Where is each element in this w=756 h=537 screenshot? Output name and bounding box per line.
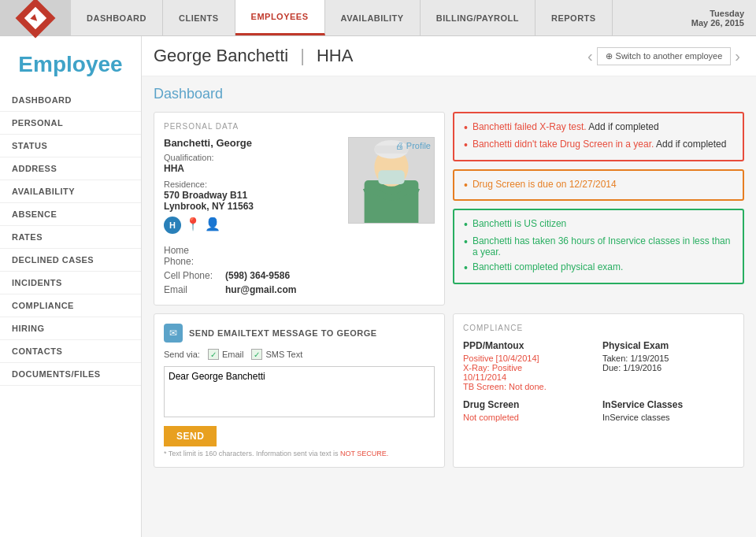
address-line1: 570 Broadway B11: [164, 190, 247, 201]
email-checkbox[interactable]: ✓ Email: [208, 349, 244, 360]
inservice-section: InService Classes InService classes: [602, 399, 734, 422]
send-via-row: Send via: ✓ Email ✓ SMS Text: [164, 349, 435, 360]
sidebar-item-rates[interactable]: RATES: [0, 226, 141, 249]
nav-availability[interactable]: AVAILABILITY: [325, 0, 421, 35]
alert-green-text-1: Banchetti is US citizen: [472, 218, 566, 229]
content-area: George Banchetti | HHA ‹ ⊕ Switch to ano…: [142, 36, 756, 537]
sidebar-item-incidents[interactable]: INCIDENTS: [0, 272, 141, 294]
email-label: Email: [164, 284, 219, 295]
main-container: Employee DASHBOARD PERSONAL STATUS ADDRE…: [0, 36, 756, 537]
sidebar-item-declined[interactable]: DECLINED CASES: [0, 249, 141, 272]
message-disclaimer: * Text limit is 160 characters. Informat…: [164, 450, 435, 457]
sms-checkbox[interactable]: ✓ SMS Text: [251, 349, 302, 360]
prev-employee-arrow[interactable]: ‹: [584, 47, 597, 65]
map-icon[interactable]: 📍: [185, 217, 201, 234]
logo[interactable]: ►: [0, 0, 71, 35]
alert-green-item-1: • Banchetti is US citizen: [464, 218, 733, 231]
bullet-icon-1: •: [464, 121, 468, 135]
ppd-value: Positive [10/4/2014] X-Ray: Positive 10/…: [463, 354, 595, 391]
sidebar-item-hiring[interactable]: HIRING: [0, 317, 141, 340]
logo-diamond: ►: [16, 0, 56, 38]
nav-employees[interactable]: EMPLOYEES: [235, 0, 325, 35]
sidebar-item-dashboard[interactable]: DASHBOARD: [0, 89, 141, 112]
alert-red-card: • Banchetti failed X-Ray test. Add if co…: [453, 112, 744, 161]
nav-items: DASHBOARD CLIENTS EMPLOYEES AVAILABILITY…: [71, 0, 680, 35]
switch-icon: ⊕: [606, 51, 613, 61]
personal-data-title: PERSONAL DATA: [164, 122, 435, 131]
email-row: Email hur@gmail.com: [164, 284, 435, 295]
sidebar-item-contacts[interactable]: CONTACTS: [0, 340, 141, 363]
switch-employee-button[interactable]: ⊕ Switch to another employee: [597, 47, 732, 65]
sidebar-item-address[interactable]: ADDRESS: [0, 157, 141, 180]
cell-phone-label: Cell Phone:: [164, 270, 219, 281]
sidebar-item-personal[interactable]: PERSONAL: [0, 112, 141, 135]
drug-section: Drug Screen Not completed: [463, 399, 595, 422]
employee-header: George Banchetti | HHA ‹ ⊕ Switch to ano…: [142, 36, 756, 76]
alert-red-text-1: Banchetti failed X-Ray test. Add if comp…: [472, 121, 659, 132]
bullet-icon-2: •: [464, 139, 468, 152]
bullet-green-1: •: [464, 218, 468, 231]
inservice-title: InService Classes: [602, 399, 734, 410]
message-header: ✉ SEND EMAILTEXT MESSAGE TO GEORGE: [164, 324, 435, 343]
alert-red-item-2: • Banchetti didn't take Drug Screen in a…: [464, 139, 733, 152]
sidebar-menu: DASHBOARD PERSONAL STATUS ADDRESS AVAILA…: [0, 89, 141, 386]
nav-date: Tuesday May 26, 2015: [680, 0, 756, 35]
employee-role: HHA: [317, 46, 353, 66]
drug-title: Drug Screen: [463, 399, 595, 410]
next-employee-arrow[interactable]: ›: [731, 47, 744, 65]
physical-section: Physical Exam Taken: 1/19/2015 Due: 1/19…: [602, 340, 734, 391]
inservice-value: InService classes: [602, 413, 734, 422]
profile-link[interactable]: 🖨 Profile: [395, 141, 431, 150]
home-icon-badge[interactable]: H: [164, 217, 181, 234]
svg-rect-1: [365, 180, 419, 223]
alert-orange-item-1: • Drug Screen is due on 12/27/2014: [464, 179, 733, 192]
svg-rect-5: [378, 170, 404, 184]
bullet-green-3: •: [464, 261, 468, 275]
employee-nav: ‹ ⊕ Switch to another employee ›: [584, 47, 744, 65]
ppd-title: PPD/Mantoux: [463, 340, 595, 351]
switch-label: Switch to another employee: [616, 51, 723, 61]
personal-info: Banchetti, George Qualification: HHA Res…: [164, 137, 348, 239]
sidebar-item-availability[interactable]: AVAILABILITY: [0, 180, 141, 203]
bullet-orange-icon: •: [464, 179, 468, 192]
logo-arrow-icon: ►: [27, 9, 43, 26]
nav-reports[interactable]: REPORTS: [536, 0, 613, 35]
message-textarea[interactable]: Dear George Banchetti: [164, 366, 435, 417]
sidebar-item-compliance[interactable]: COMPLIANCE: [0, 294, 141, 317]
cell-phone-value: (598) 364-9586: [225, 270, 290, 281]
sidebar-item-documents[interactable]: DOCUMENTS/FILES: [0, 363, 141, 386]
qualification-label: Qualification:: [164, 153, 214, 162]
right-alerts: • Banchetti failed X-Ray test. Add if co…: [453, 112, 744, 306]
personal-data-card: PERSONAL DATA Banchetti, George Qualific…: [154, 112, 445, 306]
send-button[interactable]: SEND: [164, 426, 217, 446]
cell-phone-row: Cell Phone: (598) 364-9586: [164, 270, 435, 281]
qualification-row: Qualification: HHA: [164, 152, 348, 174]
email-check-box[interactable]: ✓: [208, 349, 219, 360]
dashboard-section-title: Dashboard: [154, 86, 744, 102]
alert-green-item-2: • Banchetti has taken 36 hours of Inserv…: [464, 235, 733, 257]
left-sidebar: Employee DASHBOARD PERSONAL STATUS ADDRE…: [0, 36, 142, 537]
person-icon[interactable]: 👤: [205, 217, 220, 234]
check-mark: ✓: [210, 350, 217, 359]
nav-billing[interactable]: BILLING/PAYROLL: [421, 0, 536, 35]
message-title: SEND EMAILTEXT MESSAGE TO GEORGE: [189, 328, 377, 338]
alert-green-item-3: • Banchetti completed physical exam.: [464, 261, 733, 275]
employee-separator: |: [300, 46, 305, 66]
home-phone-label: Home Phone:: [164, 245, 219, 267]
personal-data-inner: Banchetti, George Qualification: HHA Res…: [164, 137, 435, 239]
sms-check-box[interactable]: ✓: [251, 349, 262, 360]
physical-title: Physical Exam: [602, 340, 734, 351]
home-phone-row: Home Phone:: [164, 245, 435, 267]
qualification-value: HHA: [164, 163, 184, 174]
sms-check-mark: ✓: [254, 350, 260, 359]
message-card: ✉ SEND EMAILTEXT MESSAGE TO GEORGE Send …: [154, 313, 445, 468]
nav-dashboard[interactable]: DASHBOARD: [71, 0, 163, 35]
sidebar-item-absence[interactable]: ABSENCE: [0, 203, 141, 226]
message-icon: ✉: [164, 324, 183, 343]
nav-clients[interactable]: CLIENTS: [163, 0, 235, 35]
sms-checkbox-label: SMS Text: [265, 350, 302, 359]
bullet-green-2: •: [464, 235, 468, 249]
send-via-label: Send via:: [164, 350, 200, 359]
sidebar-item-status[interactable]: STATUS: [0, 135, 141, 157]
alert-green-text-2: Banchetti has taken 36 hours of Inservic…: [472, 235, 733, 257]
